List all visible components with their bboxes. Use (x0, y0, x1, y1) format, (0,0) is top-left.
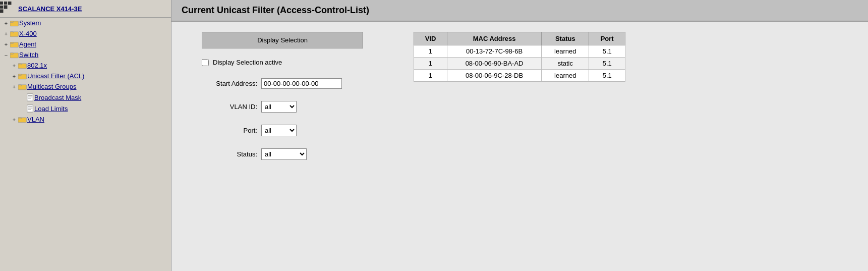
folder-icon-agent (10, 41, 19, 48)
svg-rect-5 (0, 10, 3, 13)
folder-icon-system (10, 20, 19, 27)
vlan-id-select[interactable]: all (261, 101, 297, 113)
sidebar-item-unicast-filter[interactable]: + Unicast Filter (ACL) (0, 71, 171, 81)
sidebar-item-agent[interactable]: + Agent (0, 39, 171, 49)
page-icon-load-limits (26, 104, 34, 113)
sidebar-item-system[interactable]: + System (0, 18, 171, 28)
sidebar-link-8021x[interactable]: 802.1x (27, 62, 47, 69)
col-port: Port (589, 32, 625, 45)
sidebar-item-8021x[interactable]: + 802.1x (0, 60, 171, 71)
cell-port: 5.1 (589, 45, 625, 58)
cell-mac: 00-13-72-7C-98-6B (447, 45, 541, 58)
folder-icon-multicast (18, 83, 27, 90)
cell-status: static (542, 58, 589, 70)
toggle-switch[interactable]: − (2, 52, 10, 58)
cell-mac: 08-00-06-9C-28-DB (447, 70, 541, 82)
svg-rect-3 (0, 6, 3, 9)
toggle-vlan[interactable]: + (10, 117, 18, 123)
cell-status: learned (542, 45, 589, 58)
sidebar-link-system[interactable]: System (19, 19, 41, 27)
cell-port: 5.1 (589, 58, 625, 70)
svg-rect-11 (10, 42, 14, 43)
right-panel: VID MAC Address Status Port 100-13-72-7C… (414, 32, 858, 160)
main-content: Current Unicast Filter (Access-Control-L… (171, 0, 868, 271)
sidebar-item-multicast[interactable]: + Multicast Groups (0, 81, 171, 92)
sidebar-item-load-limits[interactable]: Load Limits (0, 103, 171, 114)
cell-vid: 1 (414, 58, 447, 70)
sidebar-item-switch[interactable]: − Switch (0, 49, 171, 60)
sidebar-link-unicast-filter[interactable]: Unicast Filter (ACL) (27, 72, 84, 80)
cell-port: 5.1 (589, 70, 625, 82)
svg-rect-15 (18, 63, 22, 64)
vlan-id-label: VLAN ID: (202, 103, 257, 111)
svg-rect-29 (18, 117, 22, 118)
table-body: 100-13-72-7C-98-6Blearned5.1108-00-06-90… (414, 45, 625, 82)
folder-icon-vlan (18, 116, 27, 123)
status-label: Status: (202, 150, 257, 158)
toggle-multicast[interactable]: + (10, 84, 18, 90)
page-title: Current Unicast Filter (Access-Control-L… (182, 5, 369, 15)
toggle-unicast[interactable]: + (10, 73, 18, 79)
sidebar-link-switch[interactable]: Switch (19, 51, 38, 59)
svg-rect-24 (27, 105, 33, 112)
svg-rect-7 (10, 21, 14, 22)
main-body: Display Selection Display Selection acti… (171, 22, 868, 170)
svg-rect-13 (10, 52, 14, 53)
sidebar-item-x400[interactable]: + X-400 (0, 28, 171, 39)
start-address-label: Start Address: (202, 80, 257, 87)
logo-icon (0, 2, 14, 16)
sidebar-link-broadcast-mask[interactable]: Broadcast Mask (34, 94, 81, 101)
sidebar-item-broadcast-mask[interactable]: Broadcast Mask (0, 92, 171, 103)
status-row: Status: all (202, 148, 393, 160)
svg-rect-20 (27, 94, 33, 101)
sidebar-link-agent[interactable]: Agent (19, 40, 36, 48)
toggle-8021x[interactable]: + (10, 63, 18, 69)
table-header-row: VID MAC Address Status Port (414, 32, 625, 45)
port-label: Port: (202, 127, 257, 134)
status-select[interactable]: all (261, 148, 307, 160)
start-address-row: Start Address: (202, 78, 393, 89)
sidebar-item-vlan[interactable]: + VLAN (0, 114, 171, 125)
toggle-system[interactable]: + (2, 20, 10, 26)
folder-icon-8021x (18, 62, 27, 69)
toggle-x400[interactable]: + (2, 31, 10, 37)
col-status: Status (542, 32, 589, 45)
toggle-agent[interactable]: + (2, 41, 10, 47)
display-selection-checkbox-label: Display Selection active (202, 59, 282, 66)
svg-rect-17 (18, 74, 22, 75)
cell-status: learned (542, 70, 589, 82)
sidebar-link-load-limits[interactable]: Load Limits (34, 105, 68, 113)
folder-icon-unicast (18, 73, 27, 80)
page-icon-broadcast-mask (26, 93, 34, 101)
sidebar-link-multicast[interactable]: Multicast Groups (27, 83, 77, 90)
checkbox-row: Display Selection active (202, 59, 393, 66)
unicast-filter-table: VID MAC Address Status Port 100-13-72-7C… (414, 32, 625, 82)
svg-rect-4 (4, 6, 7, 9)
svg-rect-19 (18, 84, 22, 85)
table-row: 108-00-06-9C-28-DBlearned5.1 (414, 70, 625, 82)
app-title[interactable]: SCALANCE X414-3E (18, 5, 82, 13)
cell-mac: 08-00-06-90-BA-AD (447, 58, 541, 70)
page-header: Current Unicast Filter (Access-Control-L… (171, 0, 868, 22)
left-panel: Display Selection Display Selection acti… (202, 32, 393, 160)
cell-vid: 1 (414, 70, 447, 82)
folder-icon-switch (10, 51, 19, 59)
sidebar-header[interactable]: SCALANCE X414-3E (0, 0, 171, 18)
svg-rect-1 (4, 2, 7, 5)
svg-rect-2 (8, 2, 11, 5)
display-selection-checkbox[interactable] (202, 59, 209, 66)
sidebar-link-vlan[interactable]: VLAN (27, 116, 44, 123)
svg-rect-0 (0, 2, 3, 5)
table-header: VID MAC Address Status Port (414, 32, 625, 45)
start-address-input[interactable] (261, 78, 342, 89)
port-select[interactable]: all (261, 125, 297, 136)
col-mac-address: MAC Address (447, 32, 541, 45)
sidebar-link-x400[interactable]: X-400 (19, 30, 37, 37)
sidebar: SCALANCE X414-3E + System + X-400 + Agen… (0, 0, 171, 271)
table-row: 108-00-06-90-BA-ADstatic5.1 (414, 58, 625, 70)
col-vid: VID (414, 32, 447, 45)
folder-icon-x400 (10, 30, 19, 37)
table-row: 100-13-72-7C-98-6Blearned5.1 (414, 45, 625, 58)
display-selection-button[interactable]: Display Selection (202, 32, 363, 48)
display-selection-label: Display Selection active (213, 59, 282, 66)
